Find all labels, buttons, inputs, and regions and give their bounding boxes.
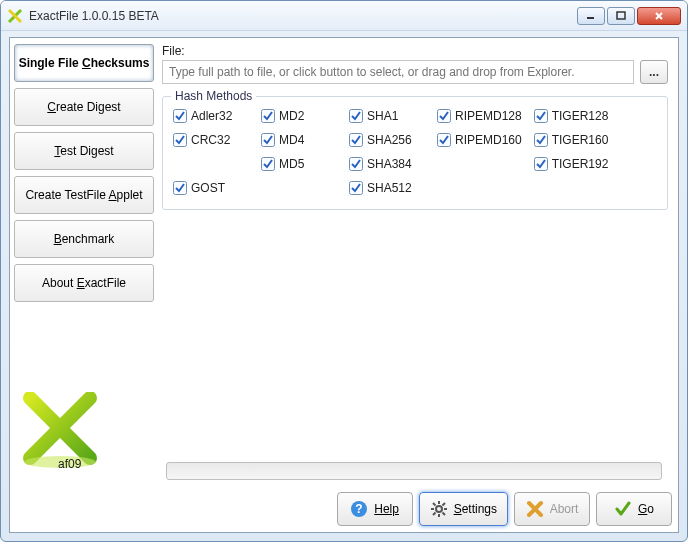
progress-bar [166,462,662,480]
checkbox-icon [261,109,275,123]
file-path-input[interactable] [162,60,634,84]
group-title: Hash Methods [171,89,256,103]
checkbox-md4[interactable]: MD4 [261,131,337,149]
minimize-button[interactable] [577,7,605,25]
checkbox-md5[interactable]: MD5 [261,155,337,173]
window-controls [577,7,681,25]
app-icon [7,8,23,24]
client-area: Single File Checksums Create Digest Test… [9,37,679,533]
svg-point-20 [436,506,442,512]
checkbox-icon [437,133,451,147]
svg-line-26 [442,513,445,516]
checkbox-icon [349,181,363,195]
checkbox-icon [261,157,275,171]
maximize-button[interactable] [607,7,635,25]
checkbox-icon [534,157,548,171]
close-button[interactable] [637,7,681,25]
checkbox-adler32[interactable]: Adler32 [173,107,249,125]
svg-text:?: ? [356,502,363,516]
checkbox-sha256[interactable]: SHA256 [349,131,425,149]
checkbox-ripemd160[interactable]: RIPEMD160 [437,131,522,149]
help-button[interactable]: ? Help [337,492,413,526]
checkbox-icon [349,133,363,147]
tab-single-file-checksums[interactable]: Single File Checksums [14,44,154,82]
brand-text: af09 [58,457,82,471]
checkbox-gost[interactable]: GOST [173,179,249,197]
checkbox-sha512[interactable]: SHA512 [349,179,425,197]
checkbox-md2[interactable]: MD2 [261,107,337,125]
checkbox-icon [437,109,451,123]
checkbox-sha384[interactable]: SHA384 [349,155,425,173]
gear-icon [430,500,448,518]
file-label: File: [162,44,668,58]
svg-line-27 [442,503,445,506]
checkbox-icon [173,109,187,123]
abort-button: Abort [514,492,590,526]
app-window: ExactFile 1.0.0.15 BETA Single File Chec… [0,0,688,542]
tab-benchmark[interactable]: Benchmark [14,220,154,258]
checkbox-icon [349,157,363,171]
tab-test-digest[interactable]: Test Digest [14,132,154,170]
svg-rect-1 [617,12,625,19]
window-title: ExactFile 1.0.0.15 BETA [29,9,577,23]
svg-line-28 [433,513,436,516]
checkbox-tiger192[interactable]: TIGER192 [534,155,610,173]
go-button[interactable]: Go [596,492,672,526]
tab-create-testfile-applet[interactable]: Create TestFile Applet [14,176,154,214]
tab-about-exactfile[interactable]: About ExactFile [14,264,154,302]
hash-methods-group: Hash Methods Adler32CRC32GOSTMD2MD4MD5SH… [162,96,668,210]
checkbox-tiger160[interactable]: TIGER160 [534,131,610,149]
checkbox-icon [349,109,363,123]
cancel-icon [526,500,544,518]
titlebar: ExactFile 1.0.0.15 BETA [1,1,687,31]
checkbox-sha1[interactable]: SHA1 [349,107,425,125]
sidebar: Single File Checksums Create Digest Test… [10,38,158,486]
bottom-toolbar: ? Help Settings Abort Go [10,486,678,532]
checkbox-crc32[interactable]: CRC32 [173,131,249,149]
checkbox-icon [261,133,275,147]
tab-create-digest[interactable]: Create Digest [14,88,154,126]
browse-button[interactable]: ... [640,60,668,84]
checkbox-icon [534,133,548,147]
brand-logo: af09 [14,388,154,480]
check-icon [614,500,632,518]
checkbox-icon [173,133,187,147]
svg-line-25 [433,503,436,506]
checkbox-icon [534,109,548,123]
checkbox-ripemd128[interactable]: RIPEMD128 [437,107,522,125]
checkbox-icon [173,181,187,195]
content-panel: File: ... Hash Methods Adler32CRC32GOSTM… [158,38,678,486]
checkbox-tiger128[interactable]: TIGER128 [534,107,610,125]
help-icon: ? [350,500,368,518]
settings-button[interactable]: Settings [419,492,508,526]
